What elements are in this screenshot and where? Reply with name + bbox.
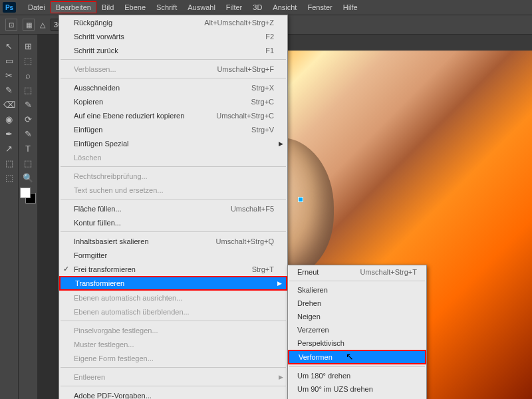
menuitem-entleeren: Entleeren▶: [59, 370, 287, 384]
menuitem-ausschneiden[interactable]: AusschneidenStrg+X: [59, 80, 287, 94]
menuitem-adobe-pdf-vorgaben-[interactable]: Adobe PDF-Vorgaben...: [59, 388, 287, 399]
menuitem-fl-che-f-llen-[interactable]: Fläche füllen...Umschalt+F5: [59, 201, 287, 215]
tool-r-4[interactable]: ✎: [19, 97, 37, 112]
tool-r-5[interactable]: ⟳: [19, 112, 37, 126]
submenuitem-skalieren[interactable]: Skalieren: [288, 283, 426, 297]
menu-ansicht[interactable]: Ansicht: [267, 1, 302, 13]
grid-icon[interactable]: ▦: [23, 19, 35, 31]
menuitem-l-schen: Löschen: [59, 150, 287, 164]
submenuitem-perspektivisch[interactable]: Perspektivisch: [288, 336, 426, 350]
menubar: Ps DateiBearbeitenBildEbeneSchriftAuswah…: [0, 0, 532, 15]
menu-filter[interactable]: Filter: [221, 1, 247, 13]
menuitem-ebenen-automatisch-berblenden-: Ebenen automatisch überblenden...: [59, 305, 287, 319]
tool-r-6[interactable]: ✎: [19, 126, 37, 141]
angle-icon: △: [40, 21, 45, 29]
submenuitem-neigen[interactable]: Neigen: [288, 310, 426, 323]
submenuitem-erneut[interactable]: ErneutUmschalt+Strg+T: [288, 265, 426, 279]
menuitem-kontur-f-llen-[interactable]: Kontur füllen...: [59, 215, 287, 229]
menu-datei[interactable]: Datei: [23, 1, 51, 13]
menuitem-schritt-vorw-rts[interactable]: Schritt vorwärtsF2: [59, 29, 287, 43]
menuitem-muster-festlegen-: Muster festlegen...: [59, 337, 287, 351]
submenuitem-um-90-im-uzs-drehen[interactable]: Um 90° im UZS drehen: [288, 382, 426, 396]
tool-r-2[interactable]: ⌕: [19, 68, 37, 82]
tool-r-1[interactable]: ⬚: [19, 53, 37, 68]
tools-panel-left: ↖▭✂✎⌫◉✒↗⬚⬚: [0, 35, 19, 399]
submenuitem-um-180-drehen[interactable]: Um 180° drehen: [288, 369, 426, 382]
menuitem-verblassen-: Verblassen...Umschalt+Strg+F: [59, 62, 287, 76]
app-logo: Ps: [3, 2, 16, 13]
menuitem-rechtschreibpr-fung-: Rechtschreibprüfung...: [59, 169, 287, 183]
menuitem-frei-transformieren[interactable]: ✓Frei transformierenStrg+T: [59, 262, 287, 276]
tool-l-9[interactable]: ⬚: [0, 170, 18, 185]
submenuitem-drehen[interactable]: Drehen: [288, 297, 426, 310]
menuitem-transformieren[interactable]: Transformieren▶: [59, 276, 287, 291]
menuitem-einf-gen[interactable]: EinfügenStrg+V: [59, 122, 287, 136]
tool-l-8[interactable]: ⬚: [0, 156, 18, 170]
menu-hilfe[interactable]: Hilfe: [338, 1, 363, 13]
menuitem-formgitter[interactable]: Formgitter: [59, 248, 287, 262]
tool-r-3[interactable]: ⬚: [19, 82, 37, 97]
submenuitem-verformen[interactable]: Verformen: [288, 350, 426, 364]
color-swatch[interactable]: [20, 188, 36, 203]
menuitem-r-ckg-ngig[interactable]: RückgängigAlt+Umschalt+Strg+Z: [59, 15, 287, 29]
submenuitem-verzerren[interactable]: Verzerren: [288, 323, 426, 336]
transform-submenu: ErneutUmschalt+Strg+TSkalierenDrehenNeig…: [287, 265, 427, 399]
tool-l-5[interactable]: ◉: [0, 112, 18, 126]
tool-r-9[interactable]: 🔍: [19, 170, 37, 185]
edit-menu-dropdown: RückgängigAlt+Umschalt+Strg+ZSchritt vor…: [59, 15, 288, 399]
menuitem-einf-gen-spezial[interactable]: Einfügen Spezial▶: [59, 136, 287, 150]
menu-3d[interactable]: 3D: [247, 1, 267, 13]
menuitem-schritt-zur-ck[interactable]: Schritt zurückF1: [59, 43, 287, 57]
menuitem-auf-eine-ebene-reduziert-kopieren[interactable]: Auf eine Ebene reduziert kopierenUmschal…: [59, 108, 287, 122]
menu-bearbeiten[interactable]: Bearbeiten: [51, 1, 96, 13]
tool-l-7[interactable]: ↗: [0, 141, 18, 156]
submenuitem-um-90-gegen-uzs-drehen[interactable]: Um 90° gegen UZS drehen: [288, 396, 426, 399]
tool-l-1[interactable]: ▭: [0, 53, 18, 68]
transform-handle[interactable]: [298, 197, 303, 202]
transform-ref-icon[interactable]: ⊡: [5, 19, 17, 31]
tool-l-6[interactable]: ✒: [0, 126, 18, 141]
tools-panel-right: ⊞⬚⌕⬚✎⟳✎T⬚🔍: [19, 35, 37, 399]
tool-r-7[interactable]: T: [19, 141, 37, 156]
menuitem-ebenen-automatisch-ausrichten-: Ebenen automatisch ausrichten...: [59, 291, 287, 305]
tool-l-0[interactable]: ↖: [0, 39, 18, 53]
tool-r-8[interactable]: ⬚: [19, 156, 37, 170]
menuitem-kopieren[interactable]: KopierenStrg+C: [59, 94, 287, 108]
menu-auswahl[interactable]: Auswahl: [182, 1, 221, 13]
menuitem-inhaltsbasiert-skalieren[interactable]: Inhaltsbasiert skalierenUmschalt+Strg+Q: [59, 234, 287, 248]
menu-ebene[interactable]: Ebene: [119, 1, 151, 13]
tool-l-4[interactable]: ⌫: [0, 97, 18, 112]
menu-fenster[interactable]: Fenster: [302, 1, 337, 13]
menu-bild[interactable]: Bild: [96, 1, 119, 13]
menu-schrift[interactable]: Schrift: [151, 1, 182, 13]
menuitem-pinselvorgabe-festlegen-: Pinselvorgabe festlegen...: [59, 323, 287, 337]
tool-l-3[interactable]: ✎: [0, 82, 18, 97]
menuitem-text-suchen-und-ersetzen-: Text suchen und ersetzen...: [59, 183, 287, 197]
tool-r-0[interactable]: ⊞: [19, 39, 37, 53]
menuitem-eigene-form-festlegen-: Eigene Form festlegen...: [59, 351, 287, 365]
tool-l-2[interactable]: ✂: [0, 68, 18, 82]
